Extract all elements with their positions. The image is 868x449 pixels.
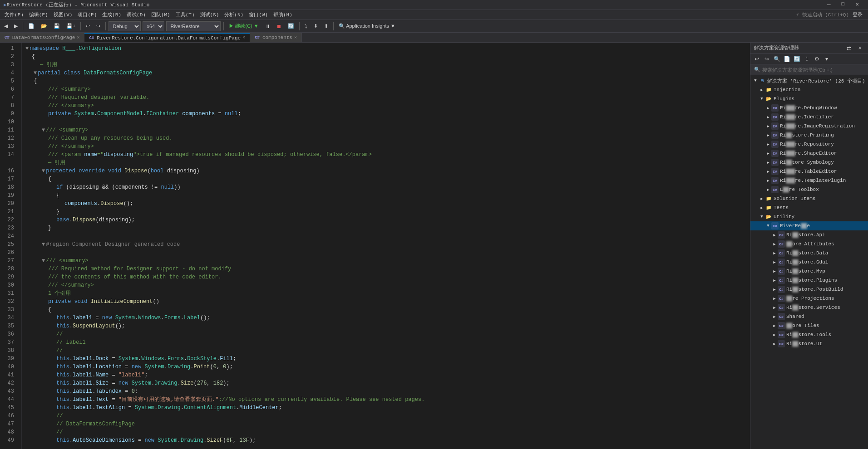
maximize-btn[interactable]: □ [836, 1, 850, 8]
toolbar-pause[interactable]: ⏸ [263, 21, 272, 31]
arrow-id: ▶ [765, 115, 771, 120]
arrow-rep: ▶ [765, 142, 771, 147]
menu-test[interactable]: 测试(S) [197, 10, 222, 19]
tree-printing[interactable]: ▶ C# Ri▓▓store.Printing [750, 131, 868, 140]
fold-27[interactable]: ▼ [25, 257, 45, 265]
code-content[interactable]: ▼ namespace R___.Configuration { — 引用 ▼ … [22, 43, 750, 449]
toolbar-forward[interactable]: ▶ [12, 21, 20, 31]
arrow-ui: ▶ [771, 342, 778, 347]
fold-11[interactable]: ▼ [25, 126, 45, 134]
tree-imagereg[interactable]: ▶ C# Ri▓▓▓re.ImageRegistration [750, 122, 868, 131]
tree-riverrestore-main[interactable]: ▼ C# RiverRe▓▓e [750, 221, 868, 230]
tab-close-0[interactable]: × [77, 35, 79, 40]
fold-25[interactable]: ▼ [25, 240, 45, 249]
menu-project[interactable]: 项目(P) [75, 10, 99, 19]
tree-mvp[interactable]: ▶ C# Ri▓▓store.Mvp [750, 267, 868, 276]
toolbar-save[interactable]: 💾 [51, 21, 62, 31]
toolbar-undo[interactable]: ↩ [84, 21, 92, 31]
tab-close-1[interactable]: × [242, 35, 245, 40]
menu-tools[interactable]: 工具(T) [173, 10, 197, 19]
tree-plugins[interactable]: ▼ 📂 Plugins [750, 94, 868, 103]
tree-tools[interactable]: ▶ C# Ri▓▓store.Tools [750, 330, 868, 339]
tree-repository[interactable]: ▶ C# Ri▓▓▓re.Repository [750, 140, 868, 149]
tree-utility[interactable]: ▼ 📂 Utility [750, 212, 868, 221]
main-content: 1 2 3 4 5 6 7 8 9 10 11 12 13 14 16 17 1… [0, 43, 868, 449]
tree-tableeditor[interactable]: ▶ C# Ri▓▓▓re.TableEditor [750, 167, 868, 176]
menu-window[interactable]: 窗口(W) [246, 10, 271, 19]
tree-tests[interactable]: ▶ 📁 Tests [750, 203, 868, 212]
tree-tiles[interactable]: ▶ C# ▓▓ore Tiles [750, 321, 868, 330]
tree-data[interactable]: ▶ C# Ri▓▓store.Data [750, 249, 868, 258]
arrow-plg2: ▶ [771, 278, 778, 283]
tree-api[interactable]: ▶ C# Ri▓▓store.Api [750, 230, 868, 239]
tab-1[interactable]: C# RiverRestore.Configuration.DataFormat… [84, 33, 250, 42]
fold-16[interactable]: ▼ [25, 167, 45, 175]
tree-injection[interactable]: ▶ 📁 Injection [750, 85, 868, 94]
menu-help[interactable]: 帮助(H) [271, 10, 295, 19]
tree-projections[interactable]: ▶ C# ▓▓re Projections [750, 294, 868, 303]
se-btn-filter[interactable]: ▾ [822, 54, 831, 63]
toolbar-open[interactable]: 📂 [39, 21, 49, 31]
toolbar-stop[interactable]: ⏹ [274, 21, 284, 31]
tree-debugwindow[interactable]: ▶ C# Ri▓▓▓re.DebugWindow [750, 103, 868, 112]
toolbar-step-out[interactable]: ⬆ [322, 21, 330, 31]
tree-identifier[interactable]: ▶ C# Ri▓▓▓re.Identifier [750, 112, 868, 122]
tree-shapeeditor[interactable]: ▶ C# Ri▓▓▓re.ShapeEditor [750, 149, 868, 158]
folder-injection-icon: 📁 [765, 86, 772, 93]
se-btn-refresh[interactable]: 🔄 [792, 54, 801, 63]
se-btn-2[interactable]: ↪ [762, 54, 771, 63]
tree-symbology[interactable]: ▶ C# Ri▓▓tore Symbology [750, 158, 868, 167]
tree-plugins2[interactable]: ▶ C# Ri▓▓store.Plugins [750, 276, 868, 285]
tree-attributes[interactable]: ▶ C# ▓▓ore Attributes [750, 239, 868, 249]
toolbar-step-over[interactable]: ⤵ [302, 21, 310, 31]
fold-1[interactable]: ▼ [25, 44, 29, 53]
toolbar-new[interactable]: 📄 [26, 21, 37, 31]
user-login[interactable]: 登录 [853, 11, 866, 18]
quick-launch[interactable]: ⚡ 快速启动 (Ctrl+Q) [796, 11, 853, 18]
fold-4[interactable]: ▼ [25, 69, 37, 77]
tree-ui[interactable]: ▶ C# Ri▓▓store.UI [750, 339, 868, 348]
se-btn-properties[interactable]: ⚙ [812, 54, 821, 63]
code-editor[interactable]: 1 2 3 4 5 6 7 8 9 10 11 12 13 14 16 17 1… [0, 43, 750, 449]
menu-view[interactable]: 视图(V) [51, 10, 75, 19]
tree-toolbox[interactable]: ▶ C# L▓▓re Toolbox [750, 185, 868, 194]
tree-solution-items[interactable]: ▶ 📁 Solution Items [750, 194, 868, 203]
toolbar-step-into[interactable]: ⬇ [311, 21, 320, 31]
menu-analyze[interactable]: 分析(N) [222, 10, 246, 19]
cs-tb-icon: C# [771, 186, 779, 193]
menu-edit[interactable]: 编辑(E) [26, 10, 51, 19]
se-btn-close[interactable]: × [855, 44, 864, 53]
tree-gdal[interactable]: ▶ C# Ri▓▓store.Gdal [750, 258, 868, 267]
tree-templateplugin[interactable]: ▶ C# Ri▓▓▓re.TemplatePlugin [750, 176, 868, 185]
tree-shared[interactable]: ▶ C# Shared [750, 312, 868, 321]
tree-solution[interactable]: ▼ ⊞ 解决方案 'RiverRestore' (26 个项目) [750, 76, 868, 85]
tab-close-2[interactable]: × [294, 35, 297, 40]
tab-2[interactable]: C# components × [250, 33, 302, 42]
menu-team[interactable]: 团队(M) [148, 10, 173, 19]
toolbar-save-all[interactable]: 💾+ [64, 21, 78, 31]
se-label: Ri▓▓▓re.ShapeEditor [780, 151, 837, 156]
toolbar-config-dropdown[interactable]: Debug Release [108, 21, 141, 31]
minimize-btn[interactable]: — [822, 1, 836, 8]
se-btn-1[interactable]: ↩ [752, 54, 761, 63]
toolbar-redo[interactable]: ↪ [94, 21, 103, 31]
se-btn-3[interactable]: 🔍 [772, 54, 781, 63]
code-line-3: — 引用 [25, 61, 746, 69]
se-btn-sync[interactable]: ⇄ [844, 44, 853, 53]
se-btn-collapse[interactable]: ⤵ [802, 54, 811, 63]
close-btn[interactable]: × [850, 1, 864, 8]
se-btn-show-all[interactable]: 📄 [782, 54, 791, 63]
toolbar-start[interactable]: ▶ 继续(C) ▼ [227, 21, 261, 31]
toolbar-back[interactable]: ◀ [2, 21, 10, 31]
menu-file[interactable]: 文件(F) [2, 10, 26, 19]
toolbar-insights[interactable]: 🔍 Application Insights ▼ [336, 21, 398, 31]
se-search-input[interactable] [762, 67, 864, 73]
tab-0[interactable]: C# DataFormatsConfigPage × [0, 33, 84, 42]
menu-debug[interactable]: 调试(D) [124, 10, 148, 19]
tree-services[interactable]: ▶ C# Ri▓▓store.Services [750, 303, 868, 312]
menu-build[interactable]: 生成(B) [99, 10, 124, 19]
toolbar-restart[interactable]: 🔄 [286, 21, 296, 31]
toolbar-platform-dropdown[interactable]: x64 x86 [143, 21, 164, 31]
tree-postbuild[interactable]: ▶ C# Ri▓▓store.PostBuild [750, 285, 868, 294]
toolbar-project-dropdown[interactable]: RiverRestore [166, 21, 221, 31]
